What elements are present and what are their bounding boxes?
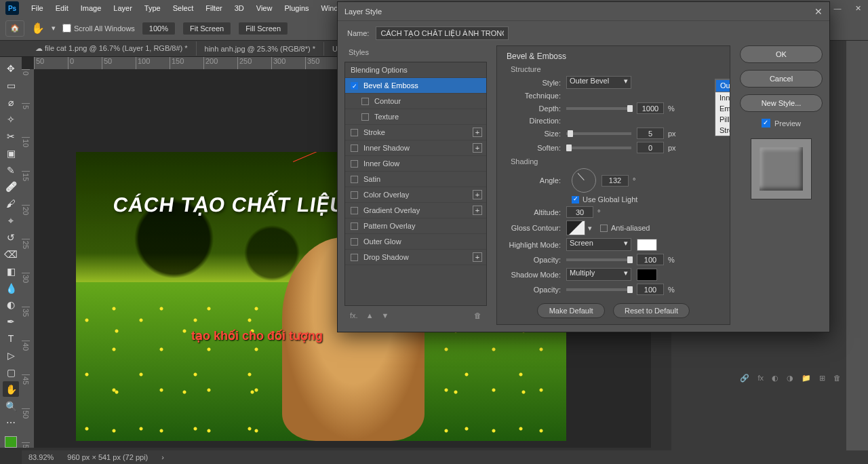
menu-edit[interactable]: Edit — [50, 2, 74, 14]
close-button[interactable]: ✕ — [848, 0, 868, 16]
menu-view[interactable]: View — [251, 2, 278, 14]
healing-tool-icon[interactable]: 🩹 — [3, 179, 19, 195]
style-satin[interactable]: Satin — [345, 172, 486, 187]
style-gradient-overlay[interactable]: Gradient Overlay+ — [345, 203, 486, 218]
add-icon[interactable]: + — [473, 128, 482, 137]
global-light-checkbox[interactable]: Use Global Light — [572, 195, 637, 204]
move-tool-icon[interactable]: ✥ — [3, 61, 19, 77]
depth-value[interactable] — [637, 102, 664, 114]
hl-opacity-value[interactable] — [637, 254, 664, 265]
fx-menu-icon[interactable]: fx. — [350, 311, 358, 320]
chevron-down-icon[interactable]: ▾ — [52, 24, 56, 33]
add-icon[interactable]: + — [473, 143, 482, 153]
pen-tool-icon[interactable]: ✒ — [3, 314, 19, 330]
style-contour[interactable]: Contour — [345, 94, 486, 109]
gloss-contour-picker[interactable] — [566, 220, 585, 235]
style-texture[interactable]: Texture — [345, 109, 486, 125]
tab-document-1[interactable]: ☁ file cat 1.png @ 16.7% (Layer 1, RGB/8… — [27, 41, 197, 56]
blur-tool-icon[interactable]: 💧 — [3, 280, 19, 296]
menu-filter[interactable]: Filter — [200, 2, 227, 14]
brush-tool-icon[interactable]: 🖌 — [3, 196, 19, 212]
status-doc-info[interactable]: 960 px × 541 px (72 ppi) — [67, 453, 148, 461]
foreground-color-swatch[interactable] — [5, 436, 17, 448]
history-brush-icon[interactable]: ↺ — [3, 230, 19, 246]
zoom-tool-icon[interactable]: 🔍 — [3, 398, 19, 414]
add-icon[interactable]: + — [473, 206, 482, 215]
panel-strip[interactable] — [846, 41, 868, 450]
style-inner-glow[interactable]: Inner Glow — [345, 156, 486, 172]
blending-options-row[interactable]: Blending Options — [345, 62, 486, 78]
move-up-icon[interactable]: ▲ — [366, 311, 374, 320]
style-outer-glow[interactable]: Outer Glow — [345, 234, 486, 250]
scroll-all-windows-checkbox[interactable]: Scroll All Windows — [62, 24, 135, 33]
style-inner-shadow[interactable]: Inner Shadow+ — [345, 140, 486, 156]
style-select[interactable]: Outer Bevel▾ — [566, 76, 631, 89]
angle-value[interactable] — [601, 175, 629, 187]
style-dropdown-list[interactable]: Outer Bevel Inner Bevel Emboss Pillow Em… — [715, 79, 730, 136]
angle-dial[interactable] — [572, 168, 596, 193]
highlight-color-swatch[interactable] — [637, 239, 657, 251]
home-button[interactable]: 🏠 — [5, 20, 24, 37]
adjustment-icon[interactable]: ◑ — [787, 374, 793, 383]
sh-opacity-value[interactable] — [637, 284, 664, 295]
style-option-outer-bevel[interactable]: Outer Bevel — [715, 79, 730, 92]
ok-button[interactable]: OK — [740, 45, 823, 63]
make-default-button[interactable]: Make Default — [537, 303, 605, 318]
add-icon[interactable]: + — [473, 190, 482, 199]
preview-checkbox[interactable]: Preview — [740, 119, 823, 128]
tab-document-2[interactable]: hinh anh.jpg @ 25.3% (RGB/8*) * — [197, 42, 324, 56]
move-down-icon[interactable]: ▼ — [382, 311, 389, 320]
wand-tool-icon[interactable]: ✧ — [3, 112, 19, 128]
lasso-tool-icon[interactable]: ⌀ — [3, 95, 19, 111]
minimize-button[interactable]: — — [827, 0, 848, 16]
new-style-button[interactable]: New Style... — [740, 94, 823, 112]
style-option-inner-bevel[interactable]: Inner Bevel — [715, 92, 730, 103]
menu-3d[interactable]: 3D — [229, 2, 250, 14]
style-pattern-overlay[interactable]: Pattern Overlay — [345, 218, 486, 234]
soften-slider[interactable] — [566, 147, 631, 149]
add-icon[interactable]: + — [473, 252, 482, 262]
size-slider[interactable] — [566, 132, 631, 135]
new-layer-icon[interactable]: ⊞ — [819, 374, 825, 383]
sh-opacity-slider[interactable] — [566, 288, 631, 291]
hand-tool-icon-tb[interactable]: ✋ — [3, 381, 19, 397]
shadow-mode-select[interactable]: Multiply▾ — [566, 268, 631, 281]
gradient-tool-icon[interactable]: ◧ — [3, 263, 19, 279]
size-value[interactable] — [637, 128, 664, 139]
menu-plugins[interactable]: Plugins — [279, 2, 314, 14]
shadow-color-swatch[interactable] — [637, 269, 657, 281]
mask-icon[interactable]: ◐ — [772, 374, 778, 383]
marquee-tool-icon[interactable]: ▭ — [3, 78, 19, 94]
dialog-titlebar[interactable]: Layer Style ✕ — [338, 2, 829, 21]
depth-slider[interactable] — [566, 107, 631, 110]
fx-icon[interactable]: fx — [757, 374, 764, 383]
folder-icon[interactable]: 📁 — [802, 374, 811, 383]
reset-default-button[interactable]: Reset to Default — [613, 303, 690, 318]
style-option-emboss[interactable]: Emboss — [715, 103, 730, 114]
altitude-value[interactable] — [566, 206, 593, 218]
chevron-right-icon[interactable]: › — [161, 453, 164, 461]
link-icon[interactable]: 🔗 — [740, 374, 749, 383]
soften-value[interactable] — [637, 142, 664, 153]
crop-tool-icon[interactable]: ✂ — [3, 128, 19, 144]
menu-type[interactable]: Type — [139, 2, 166, 14]
cancel-button[interactable]: Cancel — [740, 70, 823, 88]
menu-select[interactable]: Select — [167, 2, 199, 14]
fill-screen-button[interactable]: Fill Screen — [238, 22, 288, 35]
style-bevel-emboss[interactable]: Bevel & Emboss — [345, 78, 486, 94]
close-icon[interactable]: ✕ — [814, 6, 823, 17]
type-tool-icon[interactable]: T — [3, 331, 19, 347]
menu-layer[interactable]: Layer — [108, 2, 138, 14]
more-tools-icon[interactable]: ⋯ — [3, 415, 19, 431]
style-stroke[interactable]: Stroke+ — [345, 125, 486, 140]
menu-file[interactable]: File — [26, 2, 49, 14]
shape-tool-icon[interactable]: ▢ — [3, 364, 19, 380]
trash-icon[interactable]: 🗑 — [474, 311, 481, 320]
style-color-overlay[interactable]: Color Overlay+ — [345, 187, 486, 203]
name-field[interactable] — [376, 26, 509, 40]
style-option-stroke-emboss[interactable]: Stroke Emboss — [715, 125, 730, 136]
trash-icon[interactable]: 🗑 — [833, 374, 841, 383]
status-zoom[interactable]: 83.92% — [28, 453, 54, 461]
highlight-mode-select[interactable]: Screen▾ — [566, 238, 631, 251]
hl-opacity-slider[interactable] — [566, 258, 631, 261]
